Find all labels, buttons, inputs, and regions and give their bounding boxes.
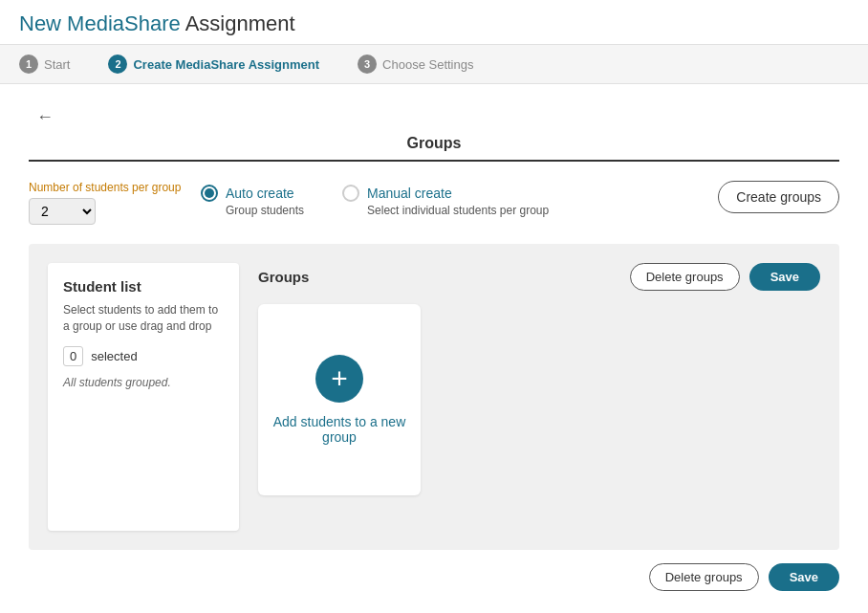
student-list-title: Student list (63, 278, 224, 295)
selected-label: selected (91, 349, 137, 363)
step-2[interactable]: 2 Create MediaShare Assignment (108, 55, 319, 74)
step-1-num: 1 (19, 55, 38, 74)
step-2-label: Create MediaShare Assignment (133, 57, 319, 72)
groups-top-actions: Delete groups Save (630, 263, 820, 291)
save-bottom-button[interactable]: Save (769, 563, 839, 591)
groups-panel-header: Groups Delete groups Save (258, 263, 820, 291)
stepper-bar: 1 Start 2 Create MediaShare Assignment 3… (0, 44, 868, 84)
step-3[interactable]: 3 Choose Settings (358, 55, 473, 74)
step-2-num: 2 (108, 55, 127, 74)
students-per-group-select[interactable]: 2 1 3 4 5 (29, 198, 96, 225)
main-panel: Student list Select students to add them… (29, 244, 839, 550)
create-groups-button[interactable]: Create groups (718, 181, 839, 213)
manual-create-label[interactable]: Manual create (367, 186, 452, 201)
groups-panel-title: Groups (258, 269, 309, 285)
selected-count-row: 0 selected (63, 346, 224, 366)
auto-create-label[interactable]: Auto create (226, 186, 294, 201)
back-button[interactable]: ← (29, 103, 61, 131)
students-per-group: Number of students per group 2 1 3 4 5 (29, 181, 201, 225)
content-area: ← Groups Number of students per group 2 … (0, 84, 868, 610)
groups-panel: Groups Delete groups Save + Add students… (258, 263, 820, 531)
delete-groups-top-button[interactable]: Delete groups (630, 263, 740, 291)
auto-create-radio[interactable] (201, 185, 218, 202)
student-list-description: Select students to add them to a group o… (63, 302, 224, 335)
auto-create-sub: Group students (201, 204, 304, 217)
step-1[interactable]: 1 Start (19, 55, 70, 74)
students-per-group-label: Number of students per group (29, 181, 201, 194)
section-title: Groups (29, 135, 839, 162)
auto-create-row[interactable]: Auto create (201, 185, 304, 202)
manual-create-row[interactable]: Manual create (342, 185, 549, 202)
step-1-label: Start (44, 57, 70, 72)
selected-count: 0 (63, 346, 83, 366)
step-3-num: 3 (358, 55, 377, 74)
student-list-panel: Student list Select students to add them… (48, 263, 239, 531)
delete-groups-bottom-button[interactable]: Delete groups (649, 563, 759, 591)
bottom-actions: Delete groups Save (29, 563, 839, 591)
options-row: Number of students per group 2 1 3 4 5 A… (29, 181, 839, 225)
manual-create-radio[interactable] (342, 185, 359, 202)
page-title: New MediaShare Assignment (0, 0, 868, 44)
radio-options: Auto create Group students Manual create… (201, 181, 718, 217)
manual-create-option[interactable]: Manual create Select individual students… (342, 185, 549, 217)
add-group-card[interactable]: + Add students to a new group (258, 304, 421, 495)
all-grouped-text: All students grouped. (63, 376, 224, 389)
auto-create-option[interactable]: Auto create Group students (201, 185, 304, 217)
manual-create-sub: Select individual students per group (342, 204, 549, 217)
add-group-icon: + (315, 355, 363, 403)
add-group-label: Add students to a new group (258, 414, 421, 445)
title-teal: New MediaShare (19, 11, 181, 35)
save-top-button[interactable]: Save (749, 263, 820, 291)
title-dark: Assignment (181, 11, 295, 35)
step-3-label: Choose Settings (382, 57, 473, 72)
